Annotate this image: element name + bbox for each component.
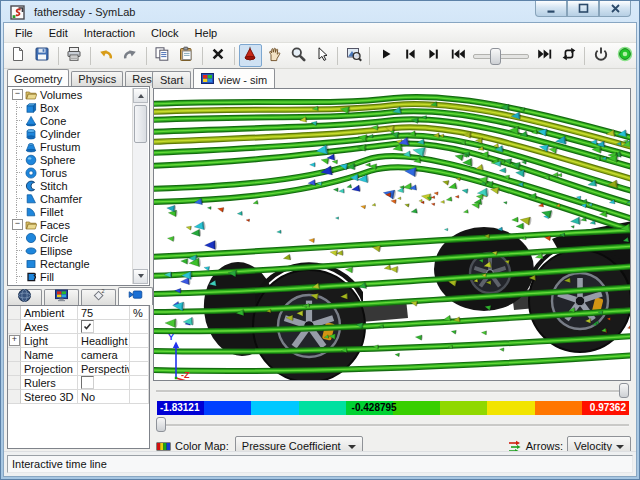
row-selector[interactable] bbox=[8, 306, 21, 320]
window-controls bbox=[535, 1, 631, 17]
row-selector[interactable] bbox=[8, 390, 21, 404]
menu-help[interactable]: Help bbox=[187, 25, 226, 41]
tree-item-fill[interactable]: Fill bbox=[9, 270, 133, 283]
tree-item-rectangle[interactable]: Rectangle bbox=[9, 257, 133, 270]
pan-tool-button[interactable] bbox=[263, 44, 286, 67]
row-selector[interactable] bbox=[8, 376, 21, 390]
property-value[interactable]: 75 bbox=[78, 306, 130, 320]
property-tab-display[interactable] bbox=[44, 289, 79, 305]
tree-expander[interactable]: − bbox=[12, 219, 23, 230]
colorbar-max-value: 0.97362 bbox=[590, 402, 626, 414]
row-selector[interactable] bbox=[8, 320, 21, 334]
property-value[interactable]: camera bbox=[78, 348, 130, 362]
time-slider[interactable] bbox=[470, 44, 532, 67]
rotate-tool-button[interactable] bbox=[239, 44, 262, 67]
tree-item-cone[interactable]: Cone bbox=[9, 114, 133, 127]
row-selector[interactable] bbox=[8, 348, 21, 362]
colorbar-min-value: -1.83121 bbox=[160, 402, 199, 414]
delete-button[interactable] bbox=[207, 44, 230, 67]
redo-button[interactable] bbox=[119, 44, 142, 67]
slider-thumb[interactable] bbox=[156, 417, 166, 432]
property-value[interactable] bbox=[78, 320, 130, 334]
tree-item-chamfer[interactable]: Chamfer bbox=[9, 192, 133, 205]
tree-scrollbar[interactable] bbox=[132, 88, 148, 284]
tree-item-label: Chamfer bbox=[40, 193, 82, 205]
scroll-up-button[interactable] bbox=[133, 88, 148, 103]
scrollbar-thumb[interactable] bbox=[134, 105, 147, 143]
range-slider[interactable] bbox=[154, 417, 631, 433]
tree-item-cylinder[interactable]: Cylinder bbox=[9, 127, 133, 140]
tree-item-circle[interactable]: Circle bbox=[9, 231, 133, 244]
toolbar-separator bbox=[337, 47, 338, 65]
property-tab-bar: 2 bbox=[7, 288, 155, 305]
tab-physics[interactable]: Physics bbox=[71, 71, 123, 86]
tab-geometry[interactable]: Geometry bbox=[7, 69, 69, 86]
property-value[interactable]: Perspective bbox=[78, 362, 130, 376]
menu-edit[interactable]: Edit bbox=[41, 25, 76, 41]
tree-item-box[interactable]: Box bbox=[9, 101, 133, 114]
tree-expander[interactable]: − bbox=[12, 89, 23, 100]
property-expander[interactable]: + bbox=[9, 335, 20, 346]
slider-thumb[interactable] bbox=[619, 383, 629, 398]
play-button[interactable] bbox=[374, 44, 397, 67]
step-back-button[interactable] bbox=[398, 44, 421, 67]
camera-icon bbox=[128, 287, 143, 306]
tree-item-ellipse[interactable]: Ellipse bbox=[9, 244, 133, 257]
time-slider-thumb[interactable] bbox=[490, 48, 501, 65]
menu-file[interactable]: File bbox=[7, 25, 41, 41]
tree-item-torus[interactable]: Torus bbox=[9, 166, 133, 179]
tree-item-stitch[interactable]: Stitch bbox=[9, 179, 133, 192]
paste-button[interactable] bbox=[175, 44, 198, 67]
magnifier-icon bbox=[290, 46, 306, 65]
property-value[interactable]: Headlight bbox=[78, 334, 130, 348]
property-value[interactable]: No bbox=[78, 390, 130, 404]
checkbox[interactable] bbox=[81, 376, 94, 389]
stitch-icon bbox=[25, 180, 37, 192]
new-button[interactable] bbox=[7, 44, 30, 67]
close-button[interactable] bbox=[599, 1, 631, 17]
checkbox[interactable] bbox=[81, 320, 94, 333]
print-button[interactable] bbox=[63, 44, 86, 67]
green-led-icon bbox=[617, 46, 633, 65]
zoom-region-tool-button[interactable] bbox=[342, 44, 365, 67]
save-button[interactable] bbox=[31, 44, 54, 67]
tree-item-frustum[interactable]: Frustum bbox=[9, 140, 133, 153]
tree-item-sphere[interactable]: Sphere bbox=[9, 153, 133, 166]
property-tab-environment[interactable] bbox=[7, 289, 42, 305]
tree-item-faces[interactable]: −Faces bbox=[9, 218, 133, 231]
colorbar-band-6 bbox=[440, 401, 487, 415]
property-value[interactable] bbox=[78, 376, 130, 390]
row-selector[interactable] bbox=[8, 362, 21, 376]
svg-text:2: 2 bbox=[102, 288, 105, 294]
simulation-scene[interactable]: Y-Z bbox=[154, 89, 631, 380]
property-tab-material[interactable]: 2 bbox=[81, 289, 116, 305]
tab-start[interactable]: Start bbox=[152, 71, 191, 88]
undo-button[interactable] bbox=[95, 44, 118, 67]
go-start-button[interactable] bbox=[446, 44, 469, 67]
menu-interaction[interactable]: Interaction bbox=[76, 25, 143, 41]
print-icon bbox=[66, 46, 82, 65]
go-end-button[interactable] bbox=[533, 44, 556, 67]
colorbar-band-2 bbox=[251, 401, 298, 415]
tab-view---sim[interactable]: view - sim bbox=[193, 68, 275, 88]
menu-clock[interactable]: Clock bbox=[143, 25, 187, 41]
power-button[interactable] bbox=[589, 44, 612, 67]
property-tab-camera[interactable] bbox=[118, 287, 153, 305]
row-selector[interactable]: + bbox=[8, 334, 21, 348]
colorbar-band-3 bbox=[299, 401, 346, 415]
power-led-button[interactable] bbox=[613, 44, 636, 67]
3d-viewport[interactable]: Y-Z bbox=[153, 88, 631, 381]
step-forward-button[interactable] bbox=[422, 44, 445, 67]
scroll-down-button[interactable] bbox=[133, 269, 148, 284]
maximize-button[interactable] bbox=[567, 1, 599, 17]
status-message: Interactive time line bbox=[7, 455, 633, 473]
tree-item-volumes[interactable]: −Volumes bbox=[9, 88, 133, 101]
property-name: Rulers bbox=[21, 376, 78, 390]
timeline-slider[interactable] bbox=[154, 383, 631, 399]
loop-button[interactable] bbox=[557, 44, 580, 67]
zoom-tool-button[interactable] bbox=[287, 44, 310, 67]
select-tool-button[interactable] bbox=[310, 44, 333, 67]
copy-button[interactable] bbox=[151, 44, 174, 67]
minimize-button[interactable] bbox=[535, 1, 567, 17]
tree-item-fillet[interactable]: Fillet bbox=[9, 205, 133, 218]
